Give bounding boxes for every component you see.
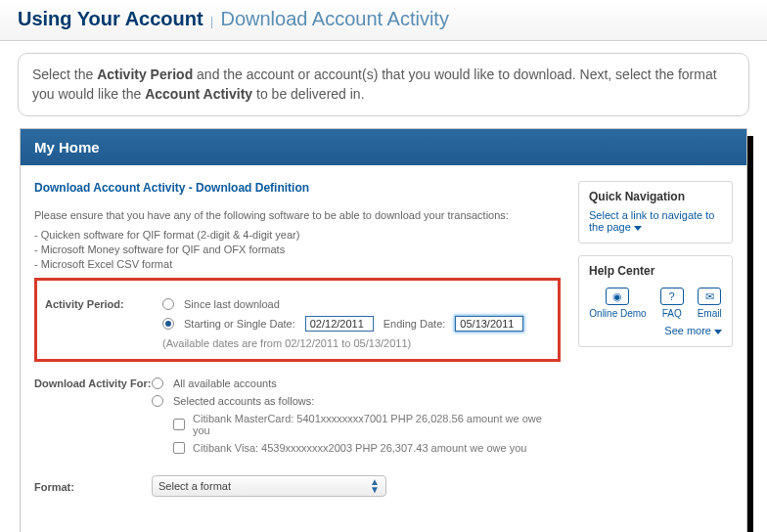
main-column: Download Account Activity - Download Def… (34, 181, 561, 496)
sidebar: Quick Navigation Select a link to naviga… (578, 181, 733, 359)
quick-navigation-link[interactable]: Select a link to navigate to the page (589, 209, 714, 233)
camera-icon: ◉ (606, 288, 629, 305)
help-center-card: Help Center ◉ Online Demo ? FAQ ✉ Email (578, 255, 733, 347)
format-select-value: Select a format (158, 480, 231, 492)
title-separator: | (206, 15, 217, 28)
email-link[interactable]: ✉ Email (698, 288, 722, 319)
help-center-title: Help Center (589, 264, 722, 278)
checkbox-account-1[interactable] (173, 419, 185, 430)
activity-period-label: Activity Period: (45, 296, 162, 310)
radio-date-range[interactable] (162, 318, 174, 330)
account-1-label: Citibank MasterCard: 5401xxxxxxxx7001 PH… (193, 413, 561, 436)
page-header: Using Your Account | Download Account Ac… (0, 0, 767, 41)
radio-all-accounts[interactable] (152, 377, 163, 389)
help-line-2: - Microsoft Money software for QIF and O… (34, 243, 561, 257)
radio-selected-accounts[interactable] (152, 395, 163, 407)
faq-link[interactable]: ? FAQ (660, 288, 684, 319)
section-title: Download Account Activity - Download Def… (34, 181, 561, 195)
lightbulb-icon: ? (660, 288, 684, 305)
checkbox-account-2[interactable] (173, 442, 185, 454)
help-line-1: - Quicken software for QIF format (2-dig… (34, 228, 561, 243)
opt-selected-accounts: Selected accounts as follows: (173, 395, 314, 407)
opt-date-range-prefix: Starting or Single Date: (184, 318, 295, 330)
end-date-input[interactable] (455, 316, 523, 332)
quick-navigation-title: Quick Navigation (589, 190, 722, 203)
account-2-label: Citibank Visa: 4539xxxxxxxx2003 PHP 26,3… (193, 442, 526, 454)
page-subtitle: Download Account Activity (220, 8, 448, 29)
app-shell: My Home Download Account Activity - Down… (20, 128, 747, 532)
online-demo-link[interactable]: ◉ Online Demo (589, 288, 646, 319)
radio-since-last-download[interactable] (162, 298, 174, 310)
format-select[interactable]: Select a format ▲▼ (152, 475, 386, 497)
activity-period-highlight: Activity Period: Since last download Sta… (34, 278, 561, 362)
format-label: Format: (34, 479, 152, 493)
help-intro: Please ensure that you have any of the f… (34, 208, 561, 224)
ending-date-label: Ending Date: (384, 318, 446, 330)
see-more-link[interactable]: See more (589, 325, 722, 336)
chevron-down-icon (714, 330, 722, 334)
page-title: Using Your Account (18, 8, 203, 29)
quick-navigation-card: Quick Navigation Select a link to naviga… (578, 181, 733, 244)
envelope-icon: ✉ (698, 288, 721, 305)
updown-icon: ▲▼ (370, 478, 380, 494)
instruction-box: Select the Activity Period and the accou… (18, 53, 749, 116)
help-line-3: - Microsoft Excel CSV format (34, 257, 561, 272)
start-date-input[interactable] (305, 316, 374, 332)
opt-since-last-download: Since last download (184, 298, 280, 310)
opt-all-accounts: All available accounts (173, 377, 277, 389)
chevron-down-icon (634, 226, 642, 231)
tab-my-home[interactable]: My Home (21, 129, 746, 165)
download-for-label: Download Activity For: (34, 376, 152, 389)
available-dates-note: (Available dates are from 02/12/2011 to … (162, 337, 550, 349)
